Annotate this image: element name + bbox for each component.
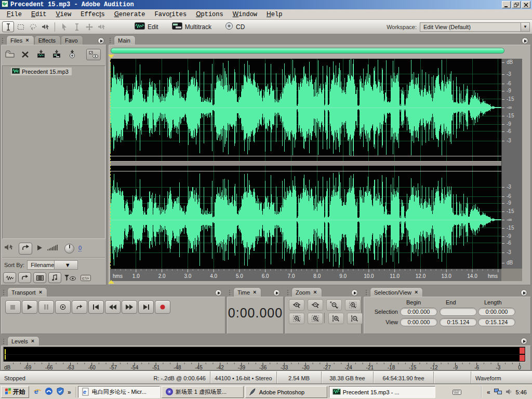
insert-into-edit-button[interactable]: [34, 48, 47, 60]
clip-indicator-right[interactable]: [520, 355, 525, 361]
task-button-4[interactable]: Precedent 15.mp3 - ...: [329, 386, 435, 398]
file-item[interactable]: Precedent 15.mp3: [11, 68, 72, 75]
pause-button[interactable]: [38, 300, 54, 314]
task-button-3[interactable]: Adobe Photoshop: [245, 386, 327, 398]
import-file-button[interactable]: [3, 48, 16, 60]
restore-button[interactable]: [512, 1, 521, 8]
menu-help[interactable]: Help: [262, 9, 287, 19]
lasso-selection-tool[interactable]: [27, 21, 39, 32]
close-file-button[interactable]: [19, 48, 32, 60]
close-icon[interactable]: ×: [39, 290, 42, 295]
panel-grip[interactable]: [3, 289, 6, 296]
files-tab-effects[interactable]: Effects: [34, 35, 61, 45]
level-meter[interactable]: [3, 347, 526, 362]
waveform-display[interactable]: [110, 59, 501, 269]
close-icon[interactable]: ×: [25, 38, 29, 43]
playhead-marker-bottom[interactable]: [108, 280, 114, 284]
menu-file[interactable]: File: [2, 9, 26, 19]
start-button[interactable]: 开始: [1, 386, 29, 398]
loop-playback-button[interactable]: [19, 243, 32, 255]
transport-panel-menu-button[interactable]: [215, 289, 222, 296]
chevron-down-icon[interactable]: ▼: [521, 23, 529, 31]
language-bar[interactable]: [453, 389, 466, 395]
menu-effects[interactable]: Effects: [76, 9, 110, 19]
rewind-button[interactable]: [105, 300, 121, 314]
view-length-field[interactable]: 0:15.124: [478, 318, 515, 326]
time-panel-menu-button[interactable]: [273, 289, 280, 296]
more-chevron-icon[interactable]: »: [68, 389, 71, 396]
play-file-button[interactable]: [36, 244, 43, 253]
chevron-down-icon[interactable]: ▼: [54, 261, 77, 269]
volume-icon[interactable]: [506, 389, 512, 396]
advanced-options-button[interactable]: [86, 49, 101, 60]
security-shield-icon[interactable]: [56, 387, 64, 397]
panel-grip[interactable]: [3, 338, 6, 344]
menu-edit[interactable]: Edit: [26, 9, 51, 19]
selection-view-tab-selection-view[interactable]: Selection/View×: [370, 287, 423, 297]
file-list[interactable]: Precedent 15.mp3: [2, 65, 105, 239]
files-tab-files[interactable]: Files×: [6, 35, 34, 45]
play-button[interactable]: [22, 300, 37, 314]
selection-begin-field[interactable]: 0:00.000: [400, 308, 437, 316]
filter-options-button[interactable]: [63, 272, 77, 283]
volume-knob[interactable]: [64, 244, 74, 254]
zoom-to-selection-button[interactable]: [345, 299, 361, 311]
time-selection-tool-alt[interactable]: [71, 21, 83, 32]
close-icon[interactable]: ×: [31, 339, 34, 343]
selection-view-panel-menu-button[interactable]: [521, 289, 527, 296]
panel-grip[interactable]: [366, 289, 369, 296]
view-button-cd[interactable]: CD: [225, 22, 245, 32]
zoom-out-vertically-button[interactable]: [347, 313, 363, 324]
network-icon[interactable]: [494, 389, 502, 396]
transport-tab-transport[interactable]: Transport×: [7, 287, 47, 297]
show-loop-files-button[interactable]: [18, 272, 31, 283]
time-selection-tool[interactable]: [2, 21, 14, 32]
panel-grip[interactable]: [110, 37, 113, 44]
timeline-ruler[interactable]: 1.02.03.04.05.06.07.08.09.010.011.012.01…: [110, 269, 501, 281]
close-button[interactable]: [522, 1, 530, 8]
amplitude-ruler[interactable]: dB-3-6-9-15-∞-15-9-6-3-3-6-9-15-∞-15-9-6…: [501, 59, 522, 269]
zoom-in-vertically-button[interactable]: [328, 313, 344, 324]
minimize-button[interactable]: [502, 1, 511, 8]
scrub-tool[interactable]: [39, 21, 51, 32]
zoom-in-to-right-edge-button[interactable]: [308, 313, 323, 324]
close-icon[interactable]: ×: [253, 290, 256, 295]
play-looped-button[interactable]: [72, 300, 87, 314]
menu-window[interactable]: Window: [228, 9, 262, 19]
messenger-icon[interactable]: [45, 387, 53, 397]
zoom-tab-zoom[interactable]: Zoom×: [291, 287, 322, 297]
time-tab-time[interactable]: Time×: [233, 287, 261, 297]
zoom-panel-menu-button[interactable]: [351, 289, 358, 296]
files-tab-favo[interactable]: Favo: [61, 35, 83, 45]
files-tab-scroll-button[interactable]: [98, 37, 104, 44]
show-audio-files-button[interactable]: [3, 272, 16, 283]
view-button-multitrack[interactable]: Multitrack: [172, 22, 211, 31]
show-full-path-button[interactable]: c:\>: [79, 272, 92, 283]
zoom-in-horizontally-button[interactable]: [289, 299, 304, 311]
task-button-2[interactable]: 新场景 1 虚拟场景...: [162, 386, 244, 398]
workspace-dropdown[interactable]: Edit View (Default) ▼: [420, 22, 530, 32]
close-icon[interactable]: ×: [415, 290, 418, 295]
move-clip-tool[interactable]: [83, 21, 95, 32]
go-to-beginning-button[interactable]: [88, 300, 104, 314]
selection-end-field[interactable]: [440, 308, 477, 316]
record-button[interactable]: [155, 300, 170, 314]
close-icon[interactable]: ×: [313, 290, 316, 295]
playhead-marker-top[interactable]: [108, 55, 114, 58]
collapse-arrows-icon[interactable]: «: [487, 389, 490, 396]
stop-button[interactable]: [5, 300, 21, 314]
panel-grip[interactable]: [2, 37, 5, 44]
waveform-overview-scrollbar[interactable]: [111, 48, 504, 54]
hybrid-tool[interactable]: [58, 21, 70, 32]
clip-indicator-left[interactable]: [520, 348, 525, 354]
marquee-selection-tool[interactable]: [15, 21, 26, 32]
menu-generate[interactable]: Generate: [110, 9, 150, 19]
scrub-tool-alt[interactable]: [96, 21, 108, 32]
ie-icon[interactable]: e: [33, 387, 42, 397]
view-begin-field[interactable]: 0:00.000: [400, 318, 437, 326]
selection-length-field[interactable]: 0:00.000: [478, 308, 515, 316]
levels-tab-levels[interactable]: Levels×: [7, 336, 39, 345]
show-midi-files-button[interactable]: [48, 272, 61, 283]
volume-value[interactable]: 0: [78, 245, 82, 251]
menu-view[interactable]: View: [51, 9, 76, 19]
